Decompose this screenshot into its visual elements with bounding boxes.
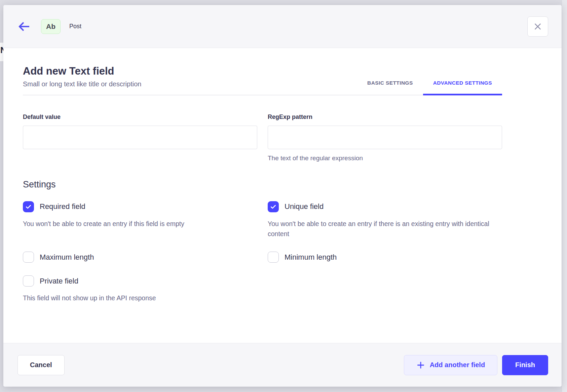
modal-body: Add new Text field Small or long text li… [3,48,562,343]
required-field-checkbox[interactable] [23,201,34,212]
regexp-pattern-input[interactable] [268,126,502,149]
modal-footer: Cancel Add another field Finish [3,343,562,387]
minimum-length-setting: Minimum length [268,252,502,263]
dialog-title: Add new Text field [23,65,141,78]
maximum-length-label[interactable]: Maximum length [40,253,94,262]
settings-empty-cell [268,275,502,303]
arrow-left-icon [18,21,30,32]
footer-actions: Add another field Finish [404,355,548,375]
content-type-name: Post [69,23,81,30]
maximum-length-setting: Maximum length [23,252,257,263]
unique-field-checkbox[interactable] [268,201,279,212]
maximum-length-checkbox[interactable] [23,252,34,263]
private-field-control[interactable]: Private field [23,275,257,287]
regexp-pattern-label: RegExp pattern [268,114,502,121]
settings-checkbox-group: Required field You won't be able to crea… [23,201,502,303]
add-field-modal: Ab Post Add new Text field Small or long… [3,5,562,387]
field-type-badge: Ab [41,19,61,34]
close-icon [533,22,542,31]
cancel-button[interactable]: Cancel [17,355,65,375]
default-value-input[interactable] [23,126,257,149]
private-field-description: This field will not show up in the API r… [23,293,252,303]
dialog-head: Add new Text field Small or long text li… [23,65,502,95]
dialog-subtitle: Small or long text like title or descrip… [23,80,141,88]
unique-field-control[interactable]: Unique field [268,201,502,212]
required-field-control[interactable]: Required field [23,201,257,212]
add-another-field-label: Add another field [430,361,485,369]
unique-field-setting: Unique field You won't be able to create… [268,201,502,239]
private-field-setting: Private field This field will not show u… [23,275,257,303]
modal-header: Ab Post [3,5,562,48]
tab-basic-settings[interactable]: BASIC SETTINGS [357,75,423,95]
settings-row-2: Maximum length Minimum length [23,252,502,263]
unique-field-description: You won't be able to create an entry if … [268,219,496,239]
field-type-badge-label: Ab [46,23,55,31]
default-value-label: Default value [23,114,257,121]
required-field-label[interactable]: Required field [40,202,85,211]
advanced-form: Default value RegExp pattern The text of… [23,114,502,162]
page-scrollbar[interactable] [562,0,567,392]
tab-advanced-settings[interactable]: ADVANCED SETTINGS [423,75,502,95]
regexp-pattern-hint: The text of the regular expression [268,155,502,162]
settings-tabs: BASIC SETTINGS ADVANCED SETTINGS [357,75,502,95]
finish-button[interactable]: Finish [502,355,548,375]
checkmark-icon [25,203,32,210]
back-button[interactable] [17,20,32,33]
default-value-field: Default value [23,114,257,162]
checkmark-icon [270,203,277,210]
private-field-checkbox[interactable] [23,275,34,287]
dialog-head-text: Add new Text field Small or long text li… [23,65,141,95]
settings-row-1: Required field You won't be able to crea… [23,201,502,239]
minimum-length-checkbox[interactable] [268,252,279,263]
settings-section-heading: Settings [23,179,502,190]
unique-field-label[interactable]: Unique field [285,202,324,211]
screen: N Ab Post [0,0,567,392]
minimum-length-label[interactable]: Minimum length [285,253,337,262]
minimum-length-control[interactable]: Minimum length [268,252,502,263]
regexp-pattern-field: RegExp pattern The text of the regular e… [268,114,502,162]
required-field-setting: Required field You won't be able to crea… [23,201,257,239]
background-page-fragment: N [0,43,3,61]
maximum-length-control[interactable]: Maximum length [23,252,257,263]
plus-icon [416,361,425,369]
settings-row-3: Private field This field will not show u… [23,275,502,303]
add-another-field-button[interactable]: Add another field [404,355,497,375]
required-field-description: You won't be able to create an entry if … [23,219,252,229]
background-clipped-text: N [0,45,3,55]
private-field-label[interactable]: Private field [40,277,78,286]
close-button[interactable] [527,16,548,37]
